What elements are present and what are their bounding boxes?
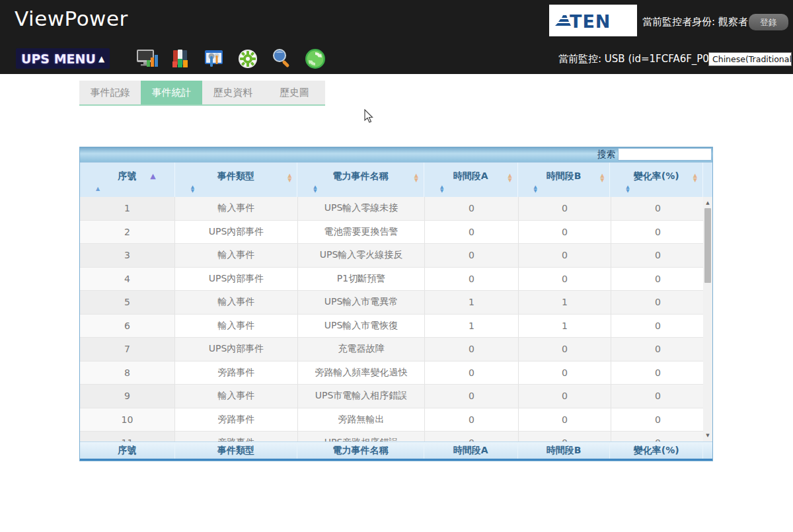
observer-identity-label: 當前監控者身份: 觀察者: [642, 16, 748, 28]
table-row[interactable]: 7 UPS內部事件 充電器故障 0 0 0: [80, 338, 704, 361]
vertical-scrollbar[interactable]: ▲ ▼: [703, 197, 712, 441]
footer-period-a: 時間段A: [424, 442, 518, 459]
sort-arrows-icon: ▲▼: [440, 185, 443, 193]
table-cell-change-rate: 0: [611, 385, 704, 408]
table-row[interactable]: 10 旁路事件 旁路無輸出 0 0 0: [80, 408, 704, 432]
footer-event-type: 事件類型: [175, 442, 298, 459]
scroll-down-icon[interactable]: ▼: [703, 431, 712, 440]
magnifier-icon[interactable]: [269, 46, 293, 71]
table-cell-event-name: UPS市電輸入相序錯誤: [298, 385, 425, 408]
table-cell-index: 3: [80, 244, 175, 268]
current-monitor-label: 當前監控: USB (id=1FCFA6F_P01): [558, 53, 719, 65]
table-cell-event-type: 輸入事件: [175, 385, 298, 408]
table-cell-index: 1: [80, 197, 175, 221]
table-cell-period-a: 0: [425, 385, 519, 408]
column-header-change-rate[interactable]: 變化率(%) ▲▼ ▲▼: [610, 163, 703, 197]
table-cell-event-name: UPS輸入市電異常: [298, 291, 425, 315]
table-row[interactable]: 1 輸入事件 UPS輸入零線未接 0 0 0: [80, 197, 704, 221]
monitor-chart-icon[interactable]: [134, 46, 159, 71]
table-cell-index: 4: [80, 268, 175, 291]
aten-logo: TEN: [549, 5, 637, 36]
header-filler: [703, 163, 712, 197]
table-row[interactable]: 5 輸入事件 UPS輸入市電異常 1 1 0: [80, 291, 704, 315]
table-cell-period-b: 1: [519, 315, 611, 338]
table-cell-change-rate: 0: [611, 432, 704, 441]
footer-filler: [703, 442, 712, 459]
table-body-rows: 1 輸入事件 UPS輸入零線未接 0 0 0 2 UPS內部事件 電池需要更換告…: [80, 197, 704, 441]
scroll-up-icon[interactable]: ▲: [703, 198, 712, 208]
tab-event-statistics[interactable]: 事件統計: [141, 81, 202, 104]
table-row[interactable]: 4 UPS內部事件 P1切斷預警 0 0 0: [80, 268, 704, 291]
table-cell-event-type: 輸入事件: [175, 291, 298, 315]
login-button[interactable]: 登錄: [749, 14, 788, 30]
refresh-icon[interactable]: [303, 46, 327, 71]
sort-arrows-icon: ▲▼: [534, 185, 537, 193]
table-row[interactable]: 8 旁路事件 旁路輸入頻率變化過快 0 0 0: [80, 361, 704, 385]
ups-menu-button[interactable]: UPS MENU ▲: [16, 48, 110, 69]
tools-window-icon[interactable]: [202, 46, 226, 71]
table-cell-period-a: 1: [425, 315, 519, 338]
sort-arrows-icon: ▲▼: [508, 173, 511, 182]
sort-asc-active-icon: ▲: [150, 172, 155, 180]
table-cell-change-rate: 0: [611, 361, 704, 385]
table-cell-event-type: 旁路事件: [175, 432, 298, 441]
table-cell-event-type: UPS內部事件: [175, 221, 298, 245]
footer-index: 序號: [80, 442, 175, 459]
language-select-value: Chinese(Traditional): [712, 54, 793, 64]
scrollbar-thumb[interactable]: [704, 208, 711, 283]
table-cell-period-a: 0: [425, 244, 519, 268]
table-footer-row: 序號 事件類型 電力事件名稱 時間段A 時間段B 變化率(%): [80, 441, 712, 461]
app-title: ViewPower: [15, 7, 128, 30]
table-cell-index: 9: [80, 385, 175, 408]
top-header: ViewPower UPS MENU ▲: [0, 0, 793, 74]
table-cell-period-b: 0: [519, 268, 611, 291]
language-select[interactable]: Chinese(Traditional) ▼: [708, 52, 792, 66]
table-cell-index: 2: [80, 221, 175, 245]
table-cell-change-rate: 0: [611, 408, 704, 432]
table-body: 1 輸入事件 UPS輸入零線未接 0 0 0 2 UPS內部事件 電池需要更換告…: [80, 197, 712, 441]
sort-arrows-icon: ▲▼: [693, 173, 697, 182]
report-books-icon[interactable]: [168, 46, 192, 71]
column-header-index[interactable]: 序號 ▲ ▲: [80, 163, 175, 197]
gear-icon[interactable]: [235, 46, 260, 71]
column-header-period-b[interactable]: 時間段B ▲▼ ▲▼: [518, 163, 611, 197]
table-cell-change-rate: 0: [611, 291, 704, 315]
search-input[interactable]: [618, 148, 712, 161]
column-header-event-type[interactable]: 事件類型 ▲▼ ▲▼: [175, 163, 298, 197]
table-cell-event-name: 旁路輸入頻率變化過快: [298, 361, 425, 385]
tab-history-chart[interactable]: 歷史圖: [264, 81, 325, 104]
table-cell-event-name: UPS旁路相序錯誤: [298, 432, 425, 441]
tab-history-data[interactable]: 歷史資料: [202, 81, 264, 104]
table-cell-period-a: 0: [425, 408, 519, 432]
table-row[interactable]: 11 旁路事件 UPS旁路相序錯誤 0 0 0: [80, 432, 704, 441]
table-cell-period-b: 0: [519, 385, 611, 408]
table-cell-event-name: 旁路無輸出: [298, 408, 425, 432]
table-cell-event-type: UPS內部事件: [175, 268, 298, 291]
table-cell-period-a: 0: [425, 221, 519, 245]
svg-text:TEN: TEN: [570, 11, 611, 32]
sort-arrows-icon: ▲▼: [191, 185, 194, 193]
sort-arrows-icon: ▲▼: [626, 185, 629, 193]
table-cell-period-b: 0: [519, 432, 611, 441]
table-cell-event-name: 電池需要更換告警: [298, 221, 425, 245]
table-row[interactable]: 9 輸入事件 UPS市電輸入相序錯誤 0 0 0: [80, 385, 704, 408]
column-header-event-name[interactable]: 電力事件名稱 ▲▼ ▲▼: [297, 163, 424, 197]
table-row[interactable]: 3 輸入事件 UPS輸入零火線接反 0 0 0: [80, 244, 704, 268]
tab-event-log[interactable]: 事件記錄: [79, 81, 141, 104]
table-cell-period-b: 0: [519, 244, 611, 268]
table-cell-event-type: 輸入事件: [175, 197, 298, 221]
table-row[interactable]: 2 UPS內部事件 電池需要更換告警 0 0 0: [80, 221, 704, 245]
viewpower-page: ViewPower UPS MENU ▲: [0, 0, 793, 532]
table-cell-event-name: UPS輸入市電恢復: [298, 315, 425, 338]
table-cell-change-rate: 0: [611, 221, 704, 245]
table-cell-period-a: 1: [425, 291, 519, 315]
table-cell-event-name: P1切斷預警: [298, 268, 425, 291]
table-cell-period-b: 0: [519, 338, 611, 361]
table-row[interactable]: 6 輸入事件 UPS輸入市電恢復 1 1 0: [80, 315, 704, 338]
table-cell-period-b: 0: [519, 361, 611, 385]
column-header-period-a[interactable]: 時間段A ▲▼ ▲▼: [424, 163, 518, 197]
footer-period-b: 時間段B: [518, 442, 611, 459]
table-cell-change-rate: 0: [611, 197, 704, 221]
table-cell-change-rate: 0: [611, 268, 704, 291]
table-cell-period-b: 0: [519, 221, 611, 245]
